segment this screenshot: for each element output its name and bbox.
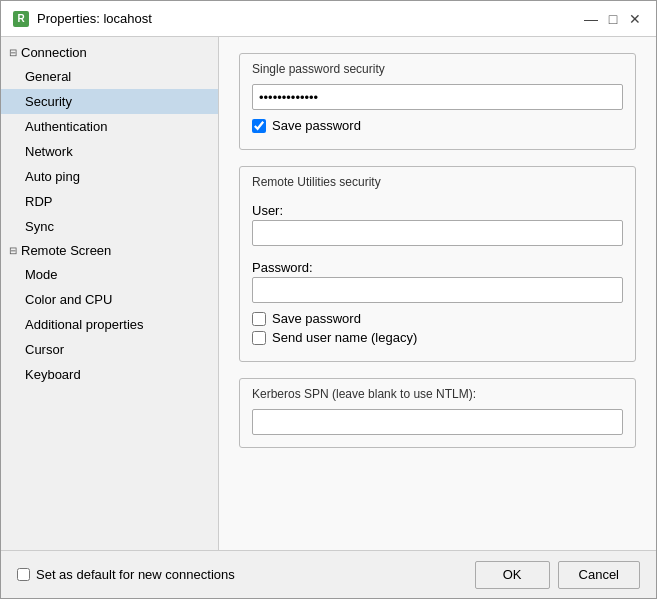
remote-screen-group-header[interactable]: ⊟ Remote Screen (1, 239, 218, 262)
sidebar-item-auto-ping[interactable]: Auto ping (1, 164, 218, 189)
ru-password-input[interactable] (252, 277, 623, 303)
collapse-icon-2: ⊟ (9, 245, 17, 256)
save-password-2-row: Save password (252, 311, 623, 326)
save-password-2-label: Save password (272, 311, 361, 326)
sidebar-item-cursor[interactable]: Cursor (1, 337, 218, 362)
title-controls: — □ ✕ (582, 10, 644, 28)
title-bar-left: R Properties: locahost (13, 11, 152, 27)
sidebar-item-sync[interactable]: Sync (1, 214, 218, 239)
maximize-button[interactable]: □ (604, 10, 622, 28)
password-label: Password: (252, 260, 623, 275)
save-password-2-checkbox[interactable] (252, 312, 266, 326)
kerberos-content (240, 405, 635, 447)
minimize-button[interactable]: — (582, 10, 600, 28)
kerberos-section: Kerberos SPN (leave blank to use NTLM): (239, 378, 636, 448)
save-password-1-row: Save password (252, 118, 623, 133)
remote-screen-group-label: Remote Screen (21, 243, 111, 258)
ok-button[interactable]: OK (475, 561, 550, 589)
main-panel: Single password security Save password R… (219, 37, 656, 550)
footer: Set as default for new connections OK Ca… (1, 550, 656, 598)
sidebar-item-general[interactable]: General (1, 64, 218, 89)
save-password-1-label: Save password (272, 118, 361, 133)
send-user-name-checkbox[interactable] (252, 331, 266, 345)
connection-group-header[interactable]: ⊟ Connection (1, 41, 218, 64)
remote-utilities-section: Remote Utilities security User: Password… (239, 166, 636, 362)
save-password-1-checkbox[interactable] (252, 119, 266, 133)
kerberos-label: Kerberos SPN (leave blank to use NTLM): (240, 379, 635, 405)
sidebar-item-authentication[interactable]: Authentication (1, 114, 218, 139)
single-password-section: Single password security Save password (239, 53, 636, 150)
set-default-checkbox[interactable] (17, 568, 30, 581)
collapse-icon: ⊟ (9, 47, 17, 58)
close-button[interactable]: ✕ (626, 10, 644, 28)
sidebar-item-keyboard[interactable]: Keyboard (1, 362, 218, 387)
send-user-name-label: Send user name (legacy) (272, 330, 417, 345)
set-default-label: Set as default for new connections (36, 567, 235, 582)
sidebar-item-mode[interactable]: Mode (1, 262, 218, 287)
sidebar-item-rdp[interactable]: RDP (1, 189, 218, 214)
sidebar-item-color-and-cpu[interactable]: Color and CPU (1, 287, 218, 312)
connection-group-label: Connection (21, 45, 87, 60)
properties-window: R Properties: locahost — □ ✕ ⊟ Connectio… (0, 0, 657, 599)
user-input[interactable] (252, 220, 623, 246)
sidebar: ⊟ Connection General Security Authentica… (1, 37, 219, 550)
remote-utilities-label: Remote Utilities security (240, 167, 635, 193)
single-password-label: Single password security (240, 54, 635, 80)
single-password-content: Save password (240, 80, 635, 149)
footer-buttons: OK Cancel (475, 561, 640, 589)
window-title: Properties: locahost (37, 11, 152, 26)
footer-left: Set as default for new connections (17, 567, 235, 582)
remote-utilities-content: User: Password: Save password Send user … (240, 193, 635, 361)
sidebar-item-network[interactable]: Network (1, 139, 218, 164)
single-password-input[interactable] (252, 84, 623, 110)
cancel-button[interactable]: Cancel (558, 561, 640, 589)
content-area: ⊟ Connection General Security Authentica… (1, 37, 656, 550)
sidebar-item-additional-properties[interactable]: Additional properties (1, 312, 218, 337)
title-bar: R Properties: locahost — □ ✕ (1, 1, 656, 37)
user-label: User: (252, 203, 623, 218)
kerberos-input[interactable] (252, 409, 623, 435)
send-user-name-row: Send user name (legacy) (252, 330, 623, 345)
sidebar-item-security[interactable]: Security (1, 89, 218, 114)
app-icon: R (13, 11, 29, 27)
